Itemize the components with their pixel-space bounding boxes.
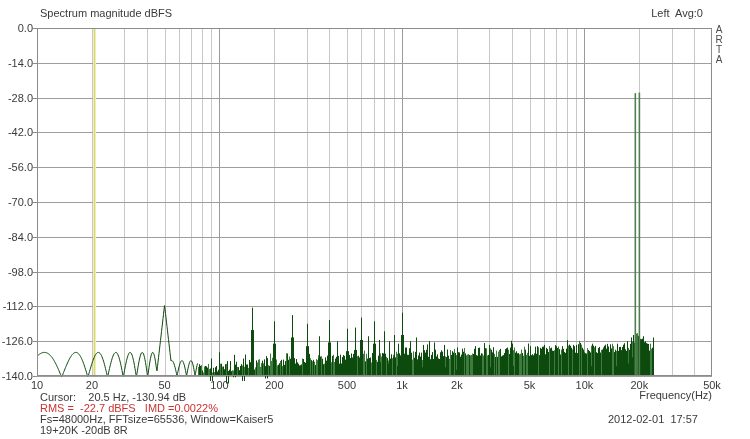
x-axis-tick-label: 500 xyxy=(325,380,369,391)
x-axis-title: Frequency(Hz) xyxy=(560,390,712,401)
y-axis-tick-label: -70.0 xyxy=(0,197,33,208)
x-axis-tick-label: 200 xyxy=(252,380,296,391)
datetime-stamp: 2012-02-01 17:57 xyxy=(608,414,698,425)
y-axis-tick-label: -56.0 xyxy=(0,162,33,173)
avg-count-label: Avg:0 xyxy=(675,7,703,19)
x-axis-tick-label: 20 xyxy=(70,380,114,391)
y-axis-tick-label: -14.0 xyxy=(0,58,33,69)
brand-logo-vertical: ARTA xyxy=(712,25,726,65)
plot-title: Spectrum magnitude dBFS xyxy=(40,8,172,19)
y-axis-tick-label: -98.0 xyxy=(0,267,33,278)
x-axis-tick-label: 10 xyxy=(15,380,59,391)
measurement-note: 19+20K -20dB 8R xyxy=(40,425,128,436)
x-axis-tick-label: 5k xyxy=(508,380,552,391)
channel-avg-readout: Left Avg:0 xyxy=(560,8,703,19)
spectrum-analyzer-window: Spectrum magnitude dBFS Left Avg:0 ARTA … xyxy=(0,0,750,439)
y-axis-tick-label: -42.0 xyxy=(0,127,33,138)
x-axis-tick-label: 1k xyxy=(380,380,424,391)
y-axis-tick-label: -28.0 xyxy=(0,93,33,104)
y-axis-tick-label: -126.0 xyxy=(0,336,33,347)
y-axis-tick-label: -112.0 xyxy=(0,301,33,312)
spectrum-plot-canvas[interactable] xyxy=(0,0,750,439)
x-axis-tick-label: 50 xyxy=(143,380,187,391)
x-axis-tick-label: 100 xyxy=(197,380,241,391)
x-axis-tick-label: 2k xyxy=(435,380,479,391)
channel-label: Left xyxy=(651,7,669,19)
y-axis-tick-label: -84.0 xyxy=(0,232,33,243)
brand-letter: A xyxy=(712,55,726,65)
y-axis-tick-label: 0.0 xyxy=(0,23,33,34)
